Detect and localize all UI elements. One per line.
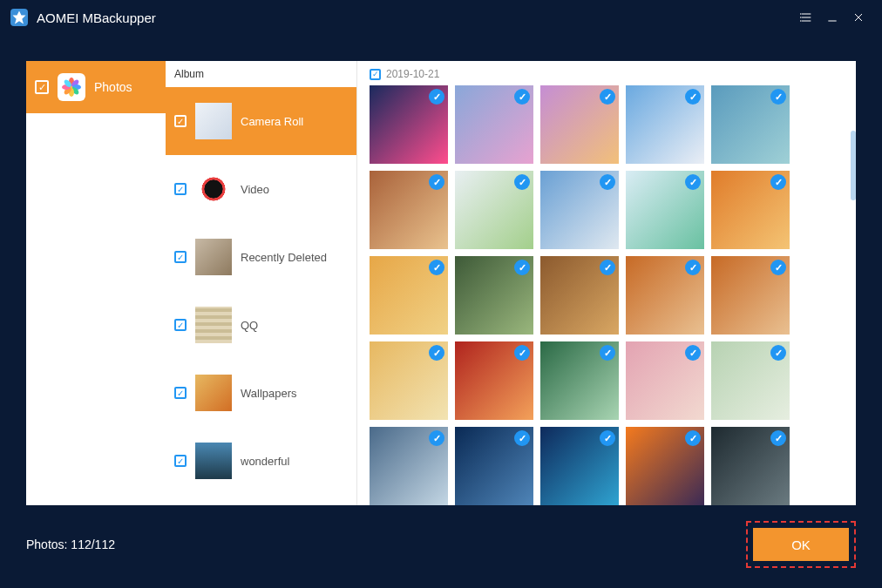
selected-check-icon bbox=[429, 345, 444, 361]
album-item[interactable]: Camera Roll bbox=[166, 87, 356, 155]
album-item-label: wonderful bbox=[241, 455, 289, 468]
close-button[interactable] bbox=[845, 4, 872, 30]
category-sidebar: Photos bbox=[26, 61, 166, 505]
photo-thumb[interactable] bbox=[370, 427, 448, 505]
ok-highlight: OK bbox=[746, 521, 856, 568]
photo-thumb[interactable] bbox=[626, 85, 704, 164]
selected-check-icon bbox=[770, 345, 786, 361]
checkbox-icon[interactable] bbox=[174, 387, 187, 399]
photo-thumb[interactable] bbox=[370, 256, 448, 335]
album-item-label: QQ bbox=[241, 319, 258, 332]
photo-thumb[interactable] bbox=[711, 171, 790, 249]
selected-check-icon bbox=[600, 174, 615, 190]
photo-thumb[interactable] bbox=[540, 341, 619, 420]
checkbox-icon[interactable] bbox=[174, 251, 187, 263]
selected-check-icon bbox=[770, 260, 786, 275]
sidebar-item-label: Photos bbox=[94, 80, 132, 94]
selected-check-icon bbox=[600, 89, 615, 105]
minimize-button[interactable] bbox=[819, 4, 845, 30]
photo-thumb[interactable] bbox=[455, 85, 533, 164]
photo-thumb[interactable] bbox=[540, 427, 619, 505]
selected-check-icon bbox=[514, 430, 530, 446]
date-checkbox-icon[interactable] bbox=[370, 69, 381, 80]
photo-thumb[interactable] bbox=[455, 427, 533, 505]
selected-check-icon bbox=[514, 260, 530, 275]
photo-date-group[interactable]: 2019-10-21 bbox=[370, 66, 844, 85]
selected-check-icon bbox=[685, 174, 701, 190]
scrollbar-thumb[interactable] bbox=[851, 131, 856, 200]
photo-date-label: 2019-10-21 bbox=[386, 68, 439, 80]
checkbox-icon[interactable] bbox=[174, 115, 187, 127]
album-item[interactable]: Wallpapers bbox=[166, 359, 356, 427]
checkbox-icon[interactable] bbox=[174, 319, 187, 331]
album-item[interactable]: QQ bbox=[166, 291, 356, 359]
album-item-label: Camera Roll bbox=[241, 115, 303, 128]
photo-thumb[interactable] bbox=[626, 427, 704, 505]
selected-check-icon bbox=[600, 260, 615, 275]
photo-thumb[interactable] bbox=[626, 341, 704, 420]
album-thumb-icon bbox=[195, 443, 232, 479]
album-thumb-icon bbox=[195, 103, 232, 139]
content-area: Photos Album Camera RollVideoRecently De… bbox=[26, 61, 856, 505]
photo-thumb[interactable] bbox=[711, 341, 790, 420]
selected-check-icon bbox=[770, 174, 786, 190]
photo-thumb[interactable] bbox=[626, 171, 704, 249]
photo-thumb[interactable] bbox=[455, 171, 533, 249]
selected-check-icon bbox=[514, 345, 530, 361]
selected-check-icon bbox=[685, 430, 701, 446]
selected-check-icon bbox=[600, 345, 615, 361]
album-item[interactable]: Video bbox=[166, 155, 356, 223]
photo-counter: Photos: 112/112 bbox=[26, 537, 115, 551]
selected-check-icon bbox=[685, 89, 701, 105]
photo-thumb[interactable] bbox=[540, 256, 619, 335]
photo-thumb[interactable] bbox=[540, 171, 619, 249]
selected-check-icon bbox=[429, 174, 444, 190]
album-item-label: Recently Deleted bbox=[241, 251, 327, 264]
photo-grid-panel: 2019-10-21 bbox=[357, 61, 856, 505]
photo-thumb[interactable] bbox=[455, 256, 533, 335]
album-thumb-icon bbox=[195, 375, 232, 411]
app-title: AOMEI MBackupper bbox=[37, 10, 793, 25]
selected-check-icon bbox=[429, 260, 444, 275]
photo-thumb[interactable] bbox=[455, 341, 533, 420]
album-list: Camera RollVideoRecently DeletedQQWallpa… bbox=[166, 87, 356, 505]
svg-point-2 bbox=[800, 20, 801, 21]
selected-check-icon bbox=[685, 345, 701, 361]
album-header: Album bbox=[166, 61, 356, 87]
photo-thumb[interactable] bbox=[370, 171, 448, 249]
photo-thumb[interactable] bbox=[711, 85, 790, 164]
selected-check-icon bbox=[429, 430, 444, 446]
photo-thumb[interactable] bbox=[370, 341, 448, 420]
album-item[interactable]: wonderful bbox=[166, 427, 356, 495]
titlebar: AOMEI MBackupper bbox=[0, 0, 882, 35]
app-logo-icon bbox=[10, 9, 28, 26]
photo-thumb[interactable] bbox=[540, 85, 619, 164]
selected-check-icon bbox=[514, 174, 530, 190]
selected-check-icon bbox=[600, 430, 615, 446]
selected-check-icon bbox=[685, 260, 701, 275]
checkbox-icon[interactable] bbox=[174, 183, 187, 195]
album-item[interactable]: Recently Deleted bbox=[166, 223, 356, 291]
photo-thumb[interactable] bbox=[370, 85, 448, 164]
photo-thumb[interactable] bbox=[711, 427, 790, 505]
selected-check-icon bbox=[514, 89, 530, 105]
photos-app-icon bbox=[58, 73, 85, 101]
footer-bar: Photos: 112/112 OK bbox=[26, 518, 856, 571]
checkbox-icon[interactable] bbox=[174, 455, 187, 467]
photo-thumb[interactable] bbox=[711, 256, 790, 335]
sidebar-item-photos[interactable]: Photos bbox=[26, 61, 166, 113]
ok-button[interactable]: OK bbox=[753, 528, 849, 561]
selected-check-icon bbox=[429, 89, 444, 105]
photo-thumb[interactable] bbox=[626, 256, 704, 335]
album-panel: Album Camera RollVideoRecently DeletedQQ… bbox=[166, 61, 357, 505]
album-item-label: Wallpapers bbox=[241, 387, 297, 400]
svg-point-1 bbox=[800, 17, 801, 17]
photo-grid bbox=[370, 85, 844, 505]
album-thumb-icon bbox=[195, 171, 232, 207]
checkbox-icon[interactable] bbox=[35, 80, 49, 94]
album-thumb-icon bbox=[195, 307, 232, 343]
menu-list-icon[interactable] bbox=[793, 4, 819, 30]
selected-check-icon bbox=[770, 89, 786, 105]
album-thumb-icon bbox=[195, 239, 232, 275]
selected-check-icon bbox=[770, 430, 786, 446]
